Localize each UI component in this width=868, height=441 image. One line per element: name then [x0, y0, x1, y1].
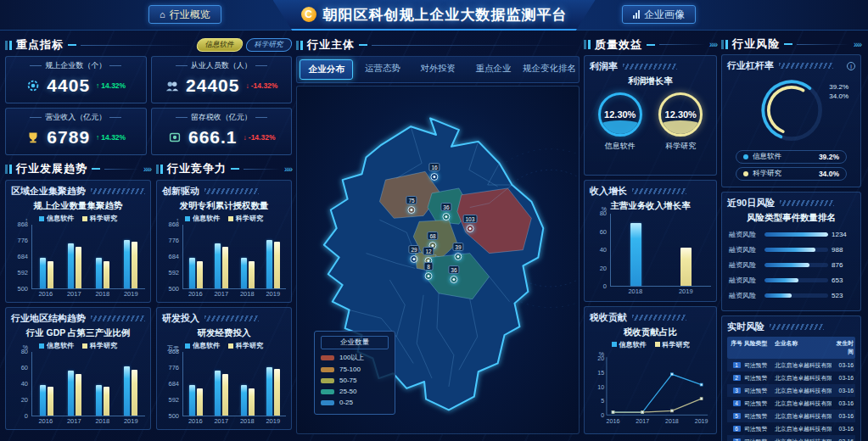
bar [48, 387, 53, 416]
hbar-row: 融资风险988 [729, 245, 854, 254]
plot-area [182, 225, 286, 289]
axis-tick: 868 [17, 220, 28, 228]
marker-value: 29 [408, 245, 419, 254]
row-index: 2 [733, 375, 741, 381]
table-row[interactable]: 2司法预警北京启迪卓越科技有限公司03-16 [727, 371, 855, 384]
chart-legend: 信息软件科学研究 [590, 340, 711, 349]
section-bars-icon [156, 165, 163, 174]
legend-item: 科学研究 [228, 214, 263, 223]
table-row[interactable]: 4司法预警北京启迪卓越科技有限公司03-16 [727, 397, 855, 410]
map-marker[interactable]: 8 [424, 262, 434, 280]
hatch-decoration [91, 315, 145, 321]
hbar-fill [764, 278, 798, 282]
axis-tick: 776 [168, 364, 179, 371]
kpi-value: 4405 [47, 75, 90, 96]
more-arrows-icon[interactable]: »» [709, 40, 717, 49]
bar [241, 258, 247, 288]
map-marker[interactable]: 75 [406, 196, 417, 214]
tab-规企变化排名[interactable]: 规企变化排名 [523, 59, 576, 80]
hbar-track [764, 232, 828, 237]
tab-企业分布[interactable]: 企业分布 [300, 59, 353, 80]
map-marker[interactable]: 36 [440, 203, 451, 220]
map-marker[interactable]: 39 [452, 243, 463, 260]
bar-plot: ↑500592684776868 [11, 225, 145, 289]
more-arrows-icon[interactable]: »» [854, 40, 861, 49]
svg-text:10: 10 [597, 384, 604, 391]
location-pin-icon [442, 213, 450, 220]
axis-tick: 2016 [182, 417, 209, 425]
down-arrow-icon: ↓ [245, 81, 249, 90]
map-marker[interactable]: 16 [428, 163, 440, 181]
risk-type: 司法预警 [744, 425, 775, 433]
bar [124, 366, 130, 416]
x-axis: 2016201720182019 [31, 290, 145, 298]
axis-tick: 592 [168, 396, 179, 404]
map-marker[interactable]: 29 [408, 245, 419, 263]
table-row[interactable]: 5司法预警北京启迪卓越科技有限公司03-16 [727, 410, 855, 422]
arc-gauge-svg [753, 74, 831, 147]
axis-tick: 684 [168, 380, 179, 388]
nav-right-label: 企业画像 [644, 8, 685, 22]
tab-运营态势[interactable]: 运营态势 [356, 59, 408, 80]
axis-tick: 40 [21, 380, 28, 388]
y-axis: ↑500592684776868 [11, 225, 31, 289]
table-row[interactable]: 6司法预警北京启迪卓越科技有限公司03-16 [727, 422, 855, 435]
axis-tick: 2018 [234, 290, 260, 298]
legend-label: 科学研究 [663, 340, 690, 349]
more-arrows-icon[interactable]: »» [143, 165, 151, 174]
occur-time: 03-16 [832, 400, 854, 406]
card-rnd: 研发投入 研发经费投入 信息软件科学研究万元500592684776868201… [156, 307, 292, 430]
left-column: 重点指标 信息软件 科学研究 规上企业数（个） 4405 ↑14.32% [5, 35, 292, 434]
legend-label: 科学研究 [236, 214, 263, 223]
nav-enterprise-profile[interactable]: 企业画像 [622, 5, 696, 24]
tab-对外投资[interactable]: 对外投资 [412, 59, 464, 80]
card-risk90: 近90日风险 风险类型事件数量排名 融资风险1234融资风险988融资风险876… [721, 192, 861, 311]
more-arrows-icon[interactable]: »» [284, 165, 292, 174]
table-row[interactable]: 3司法预警北京启迪卓越科技有限公司03-16 [727, 384, 855, 397]
kpi-delta: ↑14.32% [96, 81, 126, 90]
legend-item: 科学研究 [82, 341, 117, 350]
bar [96, 385, 102, 416]
chart-title: 税收贡献占比 [590, 327, 711, 338]
gauge-value: 12.30% [604, 109, 636, 120]
plot-area [182, 352, 286, 416]
legend-label: 科学研究 [236, 341, 263, 350]
kpi-card-tax: 留存税收（亿元） 666.1 ↓-14.32% [151, 108, 293, 155]
table-row[interactable]: 1司法预警北京启迪卓越科技有限公司03-16 [727, 359, 855, 371]
hbar-label: 融资风险 [729, 260, 761, 270]
legend-swatch [39, 216, 44, 221]
column-header: 风险类型 [744, 339, 775, 356]
up-arrow-icon: ↑ [96, 81, 99, 90]
tag-info-software[interactable]: 信息软件 [195, 38, 244, 52]
hbar-row: 融资风险1234 [729, 230, 854, 239]
leverage-legend-item[interactable]: 科学研究34.0% [736, 167, 847, 181]
map-marker[interactable]: 103 [462, 215, 477, 232]
section-quality: 质量效益 »» [584, 36, 717, 53]
bar-group [611, 214, 661, 286]
card-title: 行业杠杆率 [727, 59, 774, 72]
hatch-decoration [204, 315, 259, 321]
section-title: 行业主体 [307, 37, 355, 53]
axis-tick: 592 [17, 269, 28, 276]
tag-science-research[interactable]: 科学研究 [244, 38, 293, 52]
chart-title: 规上企业数量集聚趋势 [11, 200, 145, 212]
axis-tick: 776 [17, 237, 28, 244]
location-pin-icon [450, 276, 457, 283]
table-row[interactable]: 7司法预警北京启迪卓越科技有限公司03-16 [727, 435, 855, 441]
company-name: 北京启迪卓越科技有限公司 [775, 425, 832, 433]
y-axis: %020406080 [11, 352, 31, 416]
company-name: 北京启迪卓越科技有限公司 [775, 374, 832, 382]
occur-time: 03-16 [832, 388, 854, 394]
info-icon[interactable]: i [847, 62, 855, 70]
hatch-decoration [779, 63, 833, 69]
nav-industry-overview[interactable]: ⌂ 行业概览 [148, 5, 221, 24]
svg-text:5: 5 [601, 398, 604, 405]
tab-重点企业[interactable]: 重点企业 [468, 59, 519, 80]
arc-values: 39.2% 34.0% [829, 82, 848, 101]
leverage-legend-item[interactable]: 信息软件39.2% [736, 150, 847, 164]
axis-tick: 868 [168, 220, 179, 228]
bar-plot: %020406080 [590, 214, 711, 287]
legend-item: 科学研究 [655, 340, 690, 349]
hatch-decoration [780, 200, 834, 206]
map-marker[interactable]: 36 [448, 265, 459, 283]
